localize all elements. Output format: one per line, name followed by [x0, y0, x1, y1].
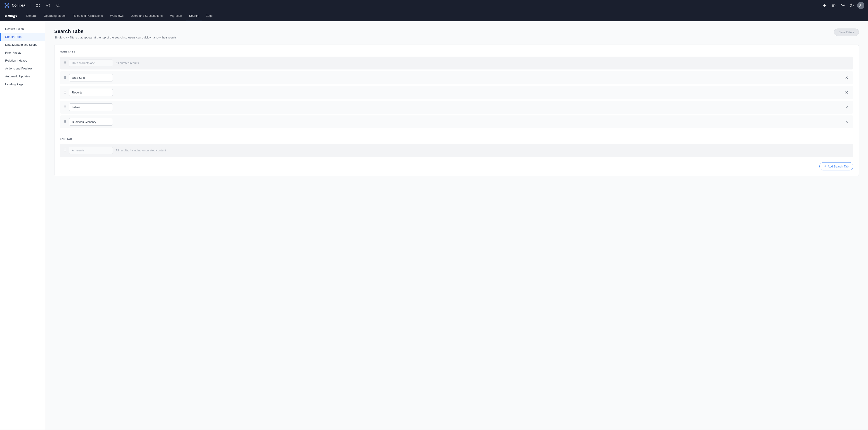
help-icon[interactable]	[848, 2, 855, 9]
svg-rect-7	[36, 4, 38, 5]
nav-operating-model[interactable]: Operating Model	[40, 11, 69, 21]
svg-rect-9	[36, 6, 38, 7]
svg-point-22	[851, 6, 852, 6]
svg-point-12	[48, 5, 49, 6]
page-description: Single-click filters that appear at the …	[54, 36, 178, 39]
sidebar-item-actions-preview[interactable]: Actions and Preview	[0, 64, 45, 73]
add-icon[interactable]	[821, 2, 828, 9]
settings-header: Settings General Operating Model Roles a…	[0, 11, 868, 21]
top-nav: Collibra	[0, 0, 868, 11]
tab-description-all-results: All results, including uncurated content	[116, 149, 850, 152]
nav-workflows[interactable]: Workflows	[106, 11, 127, 21]
page-title: Search Tabs	[54, 29, 178, 34]
add-search-tab-button[interactable]: + Add Search Tab	[819, 162, 853, 170]
tab-row-tables: ⠿ ✕	[60, 101, 853, 114]
nav-migration[interactable]: Migration	[166, 11, 185, 21]
tab-row-data-marketplace: ⠿ All curated results	[60, 57, 853, 69]
search-tabs-card: MAIN TABS ⠿ All curated results ⠿ ✕ ⠿ ✕	[54, 45, 859, 176]
drag-handle-all-results[interactable]: ⠿	[64, 149, 66, 152]
activity-icon[interactable]	[839, 2, 846, 9]
close-data-sets-button[interactable]: ✕	[843, 75, 850, 81]
close-business-glossary-button[interactable]: ✕	[843, 119, 850, 125]
sidebar-item-filter-facets[interactable]: Filter Facets	[0, 49, 45, 57]
svg-line-15	[59, 6, 60, 7]
tab-row-business-glossary: ⠿ ✕	[60, 115, 853, 128]
tab-input-data-marketplace[interactable]	[69, 59, 113, 67]
drag-handle-data-marketplace[interactable]: ⠿	[64, 61, 66, 65]
tab-row-reports: ⠿ ✕	[60, 86, 853, 99]
nav-users-subscriptions[interactable]: Users and Subscriptions	[127, 11, 166, 21]
settings-title: Settings	[4, 11, 21, 21]
drag-handle-reports[interactable]: ⠿	[64, 91, 66, 94]
drag-handle-data-sets[interactable]: ⠿	[64, 76, 66, 80]
nav-divider	[31, 3, 31, 8]
grid-icon[interactable]	[35, 2, 42, 9]
tab-input-reports[interactable]	[69, 89, 113, 96]
svg-point-14	[57, 4, 59, 6]
tab-input-tables[interactable]	[69, 104, 113, 111]
tab-row-all-results: ⠿ All results, including uncurated conte…	[60, 144, 853, 157]
target-icon[interactable]	[44, 2, 52, 9]
tab-input-data-sets[interactable]	[69, 74, 113, 82]
tab-input-all-results[interactable]	[69, 147, 113, 154]
end-tab-label: END TAB	[60, 138, 853, 140]
save-filters-button[interactable]: Save Filters	[834, 29, 859, 36]
logo[interactable]: Collibra	[4, 2, 25, 9]
add-tab-area: + Add Search Tab	[60, 161, 853, 170]
content-header: Search Tabs Single-click filters that ap…	[54, 29, 859, 39]
tasks-icon[interactable]	[830, 2, 837, 9]
sidebar-item-automatic-updates[interactable]: Automatic Updates	[0, 73, 45, 80]
search-icon[interactable]	[55, 2, 62, 9]
sidebar-item-search-tabs[interactable]: Search Tabs	[0, 33, 45, 41]
logo-text: Collibra	[12, 3, 25, 7]
nav-roles-permissions[interactable]: Roles and Permissions	[69, 11, 106, 21]
sidebar-item-relation-indexes[interactable]: Relation Indexes	[0, 57, 45, 64]
svg-point-11	[46, 4, 50, 7]
sidebar-item-data-marketplace-scope[interactable]: Data Marketplace Scope	[0, 41, 45, 49]
top-nav-right	[821, 2, 864, 9]
sidebar-item-landing-page[interactable]: Landing Page	[0, 80, 45, 88]
tab-row-data-sets: ⠿ ✕	[60, 71, 853, 84]
drag-handle-business-glossary[interactable]: ⠿	[64, 120, 66, 124]
close-reports-button[interactable]: ✕	[843, 89, 850, 96]
drag-handle-tables[interactable]: ⠿	[64, 106, 66, 109]
sidebar: Results Fields Search Tabs Data Marketpl…	[0, 21, 45, 430]
nav-search[interactable]: Search	[186, 11, 202, 21]
sidebar-item-results-fields[interactable]: Results Fields	[0, 25, 45, 33]
tab-input-business-glossary[interactable]	[69, 118, 113, 125]
plus-icon: +	[824, 164, 826, 168]
svg-point-23	[860, 4, 862, 6]
main-tabs-label: MAIN TABS	[60, 50, 853, 53]
section-divider	[60, 133, 853, 133]
avatar[interactable]	[857, 2, 864, 9]
nav-edge[interactable]: Edge	[202, 11, 216, 21]
title-area: Search Tabs Single-click filters that ap…	[54, 29, 178, 39]
svg-rect-10	[39, 6, 40, 7]
svg-rect-8	[39, 4, 40, 5]
nav-general[interactable]: General	[22, 11, 40, 21]
close-tables-button[interactable]: ✕	[843, 104, 850, 110]
add-tab-label: Add Search Tab	[828, 165, 848, 168]
content-area: Search Tabs Single-click filters that ap…	[45, 21, 868, 430]
tab-description-data-marketplace: All curated results	[116, 61, 850, 65]
main-layout: Results Fields Search Tabs Data Marketpl…	[0, 21, 868, 430]
